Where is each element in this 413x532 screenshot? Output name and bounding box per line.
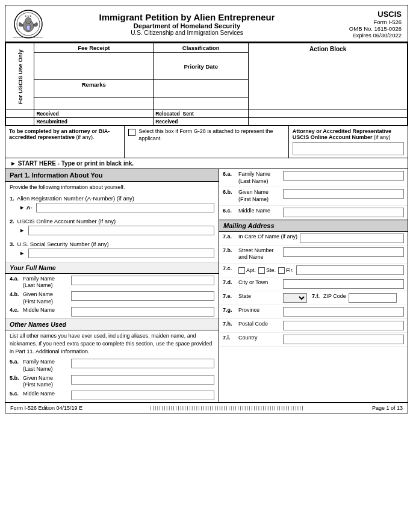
uscis-account-input[interactable] xyxy=(28,226,214,235)
field-3-container: 3. U.S. Social Security Number (if any) … xyxy=(5,239,219,262)
attorney-col3: Attorney or Accredited Representative US… xyxy=(289,126,408,158)
other-middle-name-input[interactable] xyxy=(71,391,214,400)
given-name-input[interactable] xyxy=(71,291,214,301)
other-names-header: Other Names Used xyxy=(5,318,219,330)
svg-point-3 xyxy=(25,17,31,23)
alien-number-input[interactable] xyxy=(36,203,214,212)
attorney-text: To be completed by an attorney or BIA-ac… xyxy=(9,128,110,140)
g28-checkbox[interactable] xyxy=(128,129,135,136)
field-7d-row: 7.d. City or Town xyxy=(219,277,408,291)
ste-checkbox-label: Ste. xyxy=(258,267,276,274)
field-5b-row: 5.b. Given Name (First Name) xyxy=(10,375,214,389)
field-4c-row: 4.c. Middle Name xyxy=(10,307,214,317)
field-6b-row: 6.b. Given Name (First Name) xyxy=(219,187,408,205)
resubmitted-label: Resubmitted xyxy=(34,118,154,126)
attorney-col1: To be completed by an attorney or BIA-ac… xyxy=(5,126,125,158)
province-input[interactable] xyxy=(283,307,404,317)
omb-number: OMB No. 1615-0026 xyxy=(329,25,402,32)
country-input[interactable] xyxy=(283,335,404,344)
city-input[interactable] xyxy=(283,279,404,289)
g28-label: Select this box if Form G-28 is attached… xyxy=(138,128,284,142)
field-7ef-row: 7.e. State 7.f. ZIP Code xyxy=(219,291,408,305)
field-4a-row: 4.a. Family Name (Last Name) xyxy=(10,276,214,289)
mailing-header: Mailing Address xyxy=(219,220,408,232)
family-name-input[interactable] xyxy=(71,276,214,285)
right-middle-name-input[interactable] xyxy=(283,208,404,217)
field-1-container: 1. Alien Registration Number (A-Number) … xyxy=(5,193,219,216)
apt-number-input[interactable] xyxy=(296,265,404,275)
field-1-arrow: ► A- xyxy=(19,204,33,211)
barcode: ||||||||||||||||||||||||||||||||||||||||… xyxy=(151,406,305,410)
field-2-input-row: ► xyxy=(10,226,214,235)
field-7i-row: 7.i. Country xyxy=(219,333,408,347)
field-2-label: 2. USCIS Online Account Number (if any) xyxy=(10,218,214,224)
field-1-label: 1. Alien Registration Number (A-Number) … xyxy=(10,195,214,202)
fee-receipt-value xyxy=(34,53,154,80)
field-2-arrow: ► xyxy=(19,227,25,234)
field-7g-row: 7.g. Province xyxy=(219,305,408,319)
attorney-row: To be completed by an attorney or BIA-ac… xyxy=(5,126,408,158)
action-block-header: Action Block xyxy=(249,43,408,110)
field-2-container: 2. USCIS Online Account Number (if any) … xyxy=(5,216,219,239)
use-only-spacer xyxy=(6,110,34,118)
footer-left: Form I-526 Edition 04/15/19 E xyxy=(10,405,82,411)
other-names-desc: List all other names you have ever used,… xyxy=(5,330,219,357)
right-family-name-input[interactable] xyxy=(283,171,404,181)
zip-input[interactable] xyxy=(349,293,397,303)
field-1-input-row: ► A- xyxy=(10,203,214,212)
apt-checkbox-label: Apt. xyxy=(238,267,256,274)
in-care-of-input[interactable] xyxy=(300,234,404,243)
postal-code-input[interactable] xyxy=(283,321,404,330)
part1-header: Part 1. Information About You xyxy=(5,169,219,182)
ste-checkbox[interactable] xyxy=(258,267,265,274)
footer-right: Page 1 of 13 xyxy=(372,405,403,411)
header-sub2: U.S. Citizenship and Immigration Service… xyxy=(45,29,329,36)
field-3-label: 3. U.S. Social Security Number (if any) xyxy=(10,241,214,247)
relocated-sent-label: Relocated Sent xyxy=(154,110,249,118)
flr-checkbox[interactable] xyxy=(278,267,285,274)
apt-checkbox[interactable] xyxy=(238,267,245,274)
received2-label: Received xyxy=(154,118,249,126)
use-only-spacer2 xyxy=(6,118,34,126)
received-label: Received xyxy=(34,110,154,118)
uscis-logo: ★★★ DEPARTMENT OF HOMELAND SECURITY xyxy=(11,9,45,39)
right-column: 6.a. Family Name (Last Name) 6.b. Given … xyxy=(219,169,408,402)
form-id: USCIS xyxy=(329,10,402,19)
expires-date: Expires 06/30/2022 xyxy=(329,32,402,39)
right-given-name-input[interactable] xyxy=(283,189,404,199)
full-name-fields: 4.a. Family Name (Last Name) 4.b. Given … xyxy=(5,274,219,317)
ssn-input[interactable] xyxy=(28,249,214,258)
street-number-input[interactable] xyxy=(283,247,404,257)
flr-checkbox-label: Flr. xyxy=(278,267,294,274)
page-header: ★★★ DEPARTMENT OF HOMELAND SECURITY Immi… xyxy=(5,5,408,43)
svg-text:★★★: ★★★ xyxy=(25,14,32,17)
part1-desc: Provide the following information about … xyxy=(5,182,219,193)
field-6c-row: 6.c. Middle Name xyxy=(219,206,408,220)
other-names-fields: 5.a. Family Name (Last Name) 5.b. Given … xyxy=(5,357,219,400)
other-family-name-input[interactable] xyxy=(71,359,214,368)
field-3-input-row: ► xyxy=(10,249,214,258)
fee-receipt-header: Fee Receipt xyxy=(34,43,154,53)
field-4b-row: 4.b. Given Name (First Name) xyxy=(10,291,214,305)
field-3-arrow: ► xyxy=(19,250,25,256)
other-given-name-input[interactable] xyxy=(71,375,214,385)
field-7h-row: 7.h. Postal Code xyxy=(219,319,408,333)
middle-name-input[interactable] xyxy=(71,307,214,317)
field-7b-row: 7.b. Street Number and Name xyxy=(219,246,408,264)
left-column: Part 1. Information About You Provide th… xyxy=(5,169,219,402)
use-only-label: For USCIS Use Only xyxy=(6,43,34,110)
page-container: ★★★ DEPARTMENT OF HOMELAND SECURITY Immi… xyxy=(5,5,408,413)
header-title: Immigrant Petition by Alien Entrepreneur xyxy=(45,12,329,22)
priority-date-label: Priority Date xyxy=(154,53,249,80)
svg-text:DEPARTMENT OF HOMELAND SECURIT: DEPARTMENT OF HOMELAND SECURITY xyxy=(13,37,43,39)
form-number: Form I-526 xyxy=(329,19,402,25)
state-select[interactable] xyxy=(283,293,307,303)
attorney-account-input[interactable] xyxy=(293,142,404,155)
start-here: ► START HERE - Type or print in black in… xyxy=(5,158,408,169)
spacer-right xyxy=(249,110,408,118)
priority-date-value xyxy=(154,80,249,98)
field-5c-row: 5.c. Middle Name xyxy=(10,391,214,400)
header-subtitle: Department of Homeland Security xyxy=(45,22,329,29)
zip-code-label: 7.f. xyxy=(312,293,320,299)
full-name-header: Your Full Name xyxy=(5,262,219,274)
